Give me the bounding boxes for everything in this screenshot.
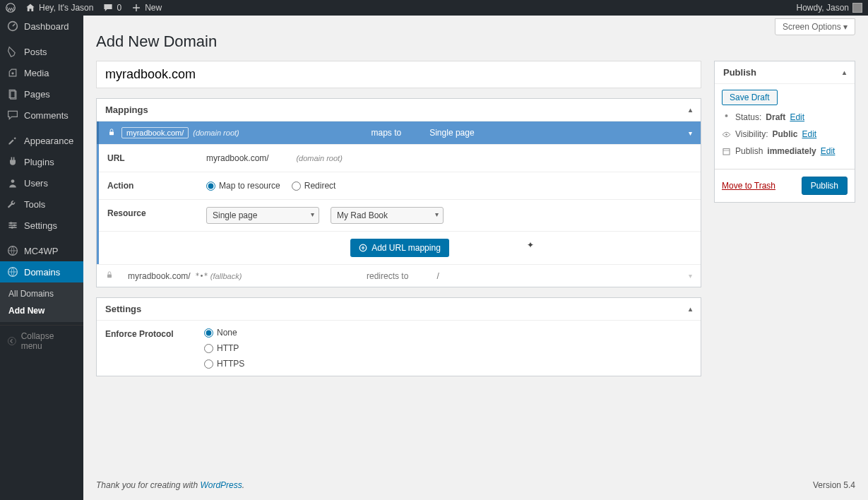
svg-rect-20 [723, 148, 730, 154]
avatar [852, 3, 862, 13]
svg-point-9 [10, 222, 12, 224]
sidebar-item-domains[interactable]: Domains [0, 261, 83, 282]
wordpress-link[interactable]: WordPress [200, 480, 242, 490]
sidebar-item-mc4wp[interactable]: MC4WP [0, 240, 83, 261]
visibility-line: Visibility: Public Edit [722, 129, 848, 139]
fallback-expand-icon[interactable]: ▾ [689, 272, 692, 280]
resource-label: Resource [99, 200, 198, 231]
admin-sidebar: Dashboard Posts Media Pages Comments App… [0, 16, 83, 500]
wildcard: *•* [195, 272, 208, 280]
settings-title: Settings [105, 304, 141, 314]
fallback-verb: redirects to [367, 271, 408, 281]
svg-rect-15 [109, 131, 114, 135]
new-link[interactable]: New [131, 3, 162, 13]
sidebar-item-pages[interactable]: Pages [0, 83, 83, 105]
calendar-icon [722, 147, 731, 156]
mapping-verb: maps to [371, 128, 402, 138]
resource-target-select[interactable]: My Rad Book [331, 207, 444, 224]
mapping-row-fallback[interactable]: myradbook.com/ *•* (fallback) redirects … [97, 264, 701, 287]
visibility-edit-link[interactable]: Edit [802, 129, 816, 139]
publish-toggle[interactable]: ▴ [843, 69, 846, 76]
footer-version: Version 5.4 [813, 480, 855, 490]
mapping-domain-tag: myradbook.com/ [121, 127, 189, 138]
url-value: myradbook.com/ [206, 153, 269, 163]
mapping-detail: URL myradbook.com/ (domain root) Action … [97, 144, 701, 264]
svg-point-10 [13, 224, 16, 226]
fallback-note: (fallback) [210, 272, 242, 280]
sidebar-item-dashboard[interactable]: Dashboard [0, 16, 83, 37]
mappings-toggle[interactable]: ▴ [689, 106, 692, 114]
page-title: Add New Domain [96, 32, 855, 51]
svg-point-11 [11, 227, 13, 229]
mapping-row-root[interactable]: myradbook.com/ (domain root) maps to Sin… [97, 121, 701, 144]
comments-link[interactable]: 0 [103, 3, 121, 13]
fallback-target: / [436, 271, 564, 281]
url-label: URL [99, 145, 198, 172]
collapse-menu[interactable]: Collapse menu [0, 325, 83, 357]
domain-input[interactable] [96, 61, 701, 88]
mappings-metabox: Mappings▴ myradbook.com/ (domain root) m… [96, 98, 701, 287]
enforce-label: Enforce Protocol [97, 321, 196, 376]
pin-icon [722, 113, 731, 122]
site-link[interactable]: Hey, It's Jason [25, 3, 93, 13]
status-edit-link[interactable]: Edit [790, 112, 804, 122]
new-label: New [145, 3, 162, 13]
action-redirect-option[interactable]: Redirect [292, 181, 336, 191]
lock-icon [107, 128, 121, 138]
publish-metabox: Publish▴ Save Draft Status: Draft Edit V… [714, 61, 855, 203]
schedule-edit-link[interactable]: Edit [821, 146, 836, 156]
svg-rect-17 [107, 274, 112, 278]
publish-title: Publish [723, 67, 756, 78]
mapping-collapse-icon[interactable]: ▾ [689, 129, 692, 137]
action-label: Action [99, 172, 198, 199]
mapping-note: (domain root) [193, 129, 239, 137]
sidebar-item-media[interactable]: Media [0, 62, 83, 83]
mapping-target: Single page [429, 128, 557, 138]
sidebar-item-comments[interactable]: Comments [0, 105, 83, 126]
settings-toggle[interactable]: ▴ [689, 305, 692, 313]
sidebar-item-tools[interactable]: Tools [0, 194, 83, 215]
eye-icon [722, 130, 731, 139]
comments-count: 0 [117, 3, 121, 13]
sidebar-item-settings[interactable]: Settings [0, 215, 83, 236]
svg-point-2 [11, 72, 13, 74]
mappings-title: Mappings [105, 105, 148, 115]
lock-icon [105, 270, 119, 281]
fallback-domain: myradbook.com/ [128, 271, 191, 281]
publish-button[interactable]: Publish [802, 177, 848, 195]
site-name: Hey, It's Jason [39, 3, 93, 13]
sidebar-sub-add-new[interactable]: Add New [0, 302, 83, 319]
svg-point-19 [725, 133, 727, 136]
svg-point-14 [8, 338, 16, 345]
settings-metabox: Settings▴ Enforce Protocol None HTTP HTT… [96, 297, 701, 376]
sidebar-item-appearance[interactable]: Appearance [0, 130, 83, 151]
protocol-http-option[interactable]: HTTP [204, 343, 244, 353]
svg-point-5 [11, 179, 15, 183]
add-url-mapping-button[interactable]: Add URL mapping [350, 239, 449, 257]
status-line: Status: Draft Edit [722, 112, 848, 122]
sidebar-item-posts[interactable]: Posts [0, 41, 83, 62]
move-to-trash-link[interactable]: Move to Trash [722, 181, 775, 191]
protocol-https-option[interactable]: HTTPS [204, 359, 244, 369]
save-draft-button[interactable]: Save Draft [722, 90, 778, 105]
howdy[interactable]: Howdy, Jason [797, 3, 862, 13]
footer-thanks: Thank you for creating with WordPress. [96, 480, 244, 490]
action-map-option[interactable]: Map to resource [206, 181, 280, 191]
schedule-line: Publish immediately Edit [722, 146, 848, 156]
protocol-none-option[interactable]: None [204, 328, 244, 338]
screen-options-toggle[interactable]: Screen Options ▾ [775, 18, 855, 35]
resource-type-select[interactable]: Single page [206, 207, 319, 224]
sidebar-item-plugins[interactable]: Plugins [0, 151, 83, 172]
url-note: (domain root) [296, 154, 342, 162]
svg-point-18 [725, 114, 728, 117]
sidebar-item-users[interactable]: Users [0, 172, 83, 194]
wp-logo[interactable] [6, 3, 16, 13]
sidebar-sub-all-domains[interactable]: All Domains [0, 285, 83, 302]
